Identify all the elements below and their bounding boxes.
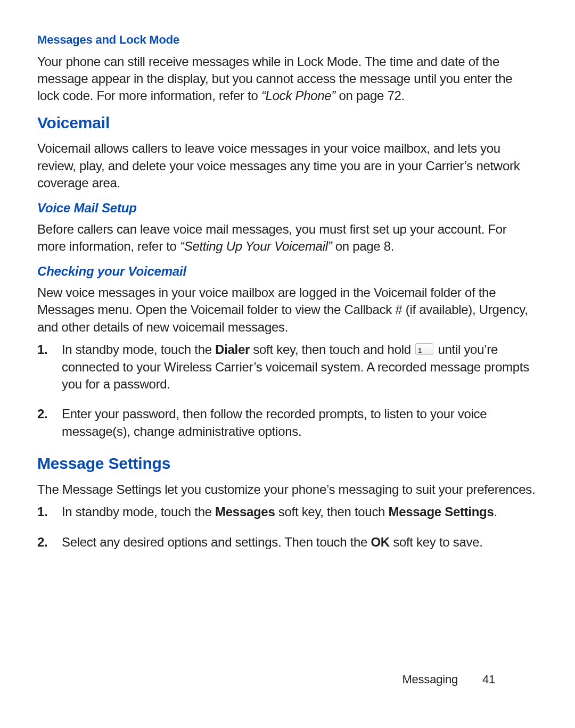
section-messages-lock-mode: Messages and Lock Mode Your phone can st… bbox=[37, 32, 538, 105]
heading-voice-mail-setup: Voice Mail Setup bbox=[37, 200, 538, 217]
step-number: 2. bbox=[37, 406, 47, 423]
bold-term: Message Settings bbox=[389, 504, 494, 519]
paragraph: Before callers can leave voice mail mess… bbox=[37, 221, 538, 255]
paragraph: New voice messages in your voice mailbox… bbox=[37, 284, 538, 336]
text: In standby mode, touch the bbox=[62, 342, 215, 357]
heading-checking-voicemail: Checking your Voicemail bbox=[37, 263, 538, 280]
paragraph: The Message Settings let you customize y… bbox=[37, 481, 538, 498]
paragraph: Voicemail allows callers to leave voice … bbox=[37, 140, 538, 192]
bold-term: Messages bbox=[215, 504, 275, 519]
section-message-settings: Message Settings The Message Settings le… bbox=[37, 453, 538, 551]
section-checking-voicemail: Checking your Voicemail New voice messag… bbox=[37, 263, 538, 441]
heading-voicemail: Voicemail bbox=[37, 112, 538, 134]
text: . bbox=[494, 504, 497, 519]
steps-list: 1. In standby mode, touch the Dialer sof… bbox=[37, 341, 538, 440]
cross-reference: “Setting Up Your Voicemail” bbox=[180, 239, 332, 253]
text: on page 8. bbox=[332, 239, 394, 253]
step-number: 1. bbox=[37, 341, 47, 358]
step: 2. Enter your password, then follow the … bbox=[62, 406, 538, 440]
key-main: 1 bbox=[418, 345, 421, 356]
footer-section-label: Messaging bbox=[402, 673, 458, 686]
cross-reference: “Lock Phone” bbox=[261, 88, 335, 103]
text: In standby mode, touch the bbox=[62, 504, 215, 519]
steps-list: 1. In standby mode, touch the Messages s… bbox=[37, 503, 538, 551]
section-voice-mail-setup: Voice Mail Setup Before callers can leav… bbox=[37, 200, 538, 255]
page-content: Messages and Lock Mode Your phone can st… bbox=[37, 32, 538, 707]
paragraph: Your phone can still receive messages wh… bbox=[37, 53, 538, 105]
step: 1. In standby mode, touch the Messages s… bbox=[62, 503, 538, 520]
bold-term: Dialer bbox=[215, 342, 250, 357]
text: soft key, then touch bbox=[275, 504, 388, 519]
heading-messages-lock-mode: Messages and Lock Mode bbox=[37, 32, 538, 48]
page-footer: Messaging 41 bbox=[402, 672, 495, 688]
text: soft key to save. bbox=[390, 535, 483, 549]
text: Enter your password, then follow the rec… bbox=[62, 407, 487, 438]
heading-message-settings: Message Settings bbox=[37, 453, 538, 475]
step-number: 2. bbox=[37, 534, 47, 551]
step: 2. Select any desired options and settin… bbox=[62, 534, 538, 551]
page-number: 41 bbox=[482, 672, 495, 688]
text: soft key, then touch and hold bbox=[250, 342, 414, 357]
step-number: 1. bbox=[37, 503, 47, 520]
step: 1. In standby mode, touch the Dialer sof… bbox=[62, 341, 538, 393]
bold-term: OK bbox=[371, 535, 389, 549]
section-voicemail: Voicemail Voicemail allows callers to le… bbox=[37, 112, 538, 192]
text: on page 72. bbox=[335, 88, 405, 103]
key-1-icon: 1 bbox=[415, 343, 433, 355]
text: Select any desired options and settings.… bbox=[62, 535, 371, 549]
